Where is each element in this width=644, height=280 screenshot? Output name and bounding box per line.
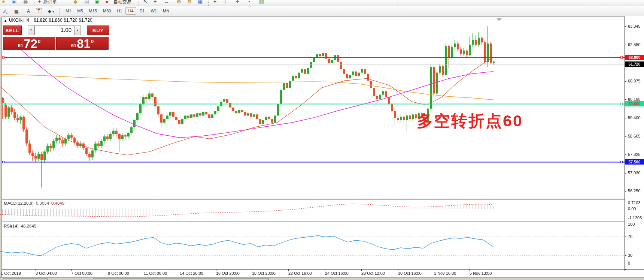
vline-tool-icon[interactable]: ↕ bbox=[224, 0, 227, 5]
tf-button-m30[interactable]: M30 bbox=[100, 7, 113, 15]
zoom-in-icon[interactable]: ⊕ bbox=[177, 0, 181, 5]
cursor-icon[interactable]: ↖ bbox=[143, 0, 148, 5]
time-tick-label: 22 Oct 16:00 bbox=[288, 271, 312, 276]
volume-up-button[interactable]: ▲ bbox=[74, 25, 81, 35]
chart-shift-marker-icon[interactable] bbox=[496, 18, 502, 21]
time-tick-label: 14 Oct 20:00 bbox=[180, 271, 203, 276]
new-order-icon[interactable]: + bbox=[38, 0, 41, 5]
time-tick-label: 16 Oct 20:00 bbox=[216, 271, 240, 276]
label-a-tool-icon[interactable]: A bbox=[24, 7, 33, 15]
navigator-globe-icon[interactable]: ◉ bbox=[95, 0, 99, 5]
macd-value-main: 0.3054 bbox=[36, 201, 49, 205]
tf-button-m15[interactable]: M15 bbox=[86, 7, 100, 15]
tf-button-mn[interactable]: MN bbox=[160, 7, 172, 15]
chart-symbol-title: UKOil-,H4 bbox=[9, 18, 29, 23]
price-tick: 60.195 bbox=[628, 97, 641, 102]
time-tick-label: 11 Oct 00:00 bbox=[144, 271, 167, 276]
crosshair-icon[interactable]: + bbox=[154, 0, 157, 5]
clock-icon[interactable]: ◔ bbox=[247, 0, 250, 5]
sell-button[interactable]: SELL bbox=[3, 25, 22, 35]
macd-tick: -1.1205 bbox=[628, 216, 642, 220]
tf-button-m5[interactable]: M5 bbox=[75, 7, 85, 15]
tf-button-d1[interactable]: D1 bbox=[137, 7, 148, 15]
text-t-tool-icon[interactable]: T bbox=[36, 8, 42, 14]
sell-price-display[interactable]: 61 72 0 bbox=[3, 37, 55, 50]
buy-price-sup: 0 bbox=[91, 39, 94, 44]
new-order-label: 新订单 bbox=[43, 0, 57, 5]
time-tick-label: 18 Oct 20:00 bbox=[252, 271, 276, 276]
crosshair-e-tool-icon[interactable]: ∕∕E bbox=[1, 7, 10, 15]
price-tick: 56.250 bbox=[628, 189, 641, 193]
buy-button[interactable]: BUY bbox=[87, 25, 109, 35]
autotrading-label: 自动交易 bbox=[113, 0, 131, 5]
sell-price-sup: 0 bbox=[38, 39, 40, 44]
chart-ohlc-values: 61.820 61.860 61.720 61.720 bbox=[34, 18, 92, 23]
toolbar-top: ★▣◉+新订单◆▤◉●自动交易↖+↔⊕⊖▦+↕+◔▥ bbox=[0, 0, 644, 6]
price-tick: 57.825 bbox=[628, 152, 641, 157]
chart-annotation-text: 多空转折点60 bbox=[417, 110, 523, 132]
price-tick: 58.605 bbox=[628, 134, 641, 138]
add-indicator-icon[interactable]: + bbox=[236, 0, 239, 5]
macd-name: MACD(12,26,9) bbox=[4, 201, 34, 205]
tile-windows-icon[interactable]: ▦ bbox=[198, 0, 203, 5]
time-tick-label: 28 Oct 12:00 bbox=[361, 271, 385, 276]
grid-f-tool-icon[interactable]: ▦F bbox=[13, 7, 22, 15]
time-tick-label: 1 Oct 2019 bbox=[1, 271, 21, 276]
volume-input[interactable]: 1.00 bbox=[34, 25, 74, 35]
macd-value-signal: 0.4849 bbox=[51, 201, 64, 205]
chart-canvas[interactable] bbox=[0, 16, 644, 280]
zoom-out-icon[interactable]: ⊖ bbox=[187, 0, 192, 5]
time-tick-label: 3 Oct 04:00 bbox=[36, 271, 57, 276]
collapse-triangle-icon[interactable]: ▲ bbox=[4, 19, 7, 22]
rsi-tick: 70 bbox=[628, 234, 632, 239]
time-tick-label: 7 Oct 00:00 bbox=[71, 271, 92, 276]
price-level-chip: 57.500 bbox=[625, 159, 644, 165]
move-icon[interactable]: ↔ bbox=[164, 0, 169, 5]
buy-price-prefix: 61 bbox=[71, 43, 76, 48]
price-tick: 57.030 bbox=[628, 171, 641, 175]
group-handle[interactable] bbox=[208, 1, 209, 6]
rsi-value: 48.2645 bbox=[21, 224, 37, 228]
tf-button-w1[interactable]: W1 bbox=[148, 7, 160, 15]
rsi-label: RSI(14)48.2645 bbox=[4, 224, 36, 228]
tf-button-h1[interactable]: H1 bbox=[114, 7, 125, 15]
volume-down-button[interactable]: ▼ bbox=[28, 25, 34, 35]
toolbar-timeframes: ∕∕E▦FAT◆ ▾ M1M5M15M30H1H4D1W1MN bbox=[0, 6, 644, 16]
macd-tick: 0.7103 bbox=[628, 201, 641, 205]
macd-tick: 0.00 bbox=[628, 207, 636, 211]
one-click-trade-panel: SELL ▼ 1.00 ▲ BUY 61 72 0 61 81 0 bbox=[3, 25, 109, 50]
new-window-icon[interactable]: ▣ bbox=[12, 0, 16, 5]
hline-tool-icon[interactable]: + bbox=[213, 0, 216, 5]
tf-button-m1[interactable]: M1 bbox=[63, 7, 74, 15]
shapes-tool-icon[interactable]: ◆ ▾ bbox=[46, 7, 55, 15]
rsi-tick: 30 bbox=[628, 253, 632, 258]
price-tick: 62.550 bbox=[628, 42, 641, 47]
tf-button-h4[interactable]: H4 bbox=[125, 7, 136, 15]
favorites-star-icon[interactable]: ★ bbox=[1, 0, 6, 5]
trading-terminal: ★▣◉+新订单◆▤◉●自动交易↖+↔⊕⊖▦+↕+◔▥ ∕∕E▦FAT◆ ▾ M1… bbox=[0, 0, 644, 280]
sell-price-prefix: 61 bbox=[18, 43, 23, 48]
alerts-icon[interactable]: ● bbox=[105, 0, 108, 5]
chart-title-row: ▲UKOil-,H461.820 61.860 61.720 61.720 bbox=[4, 18, 92, 23]
price-level-chip: 62.000 bbox=[625, 55, 644, 60]
price-tick: 60.975 bbox=[628, 79, 641, 83]
search-icon[interactable]: ◉ bbox=[23, 0, 28, 5]
time-tick-label: 5 Nov 13:00 bbox=[470, 271, 492, 276]
group-handle[interactable] bbox=[34, 1, 35, 6]
rsi-name: RSI(14) bbox=[4, 224, 19, 228]
timeframe-buttons: M1M5M15M30H1H4D1W1MN bbox=[63, 7, 172, 15]
buy-price-display[interactable]: 61 81 0 bbox=[56, 37, 109, 50]
price-tick: 59.400 bbox=[628, 115, 641, 120]
bottom-tab-strip bbox=[0, 277, 644, 280]
price-level-chip: 61.720 bbox=[625, 61, 644, 67]
bottom-tab[interactable] bbox=[93, 278, 269, 280]
toolbar-drag-handle[interactable] bbox=[59, 8, 60, 15]
report-icon[interactable]: ▥ bbox=[259, 0, 264, 5]
bottom-tab[interactable] bbox=[3, 278, 48, 280]
group-handle[interactable] bbox=[138, 1, 139, 6]
market-watch-icon[interactable]: ◆ bbox=[73, 0, 78, 5]
toolbar-edge bbox=[398, 0, 398, 6]
data-window-icon[interactable]: ▤ bbox=[84, 0, 89, 5]
time-tick-label: 9 Oct 00:00 bbox=[108, 271, 129, 276]
price-tick: 63.345 bbox=[628, 24, 641, 28]
